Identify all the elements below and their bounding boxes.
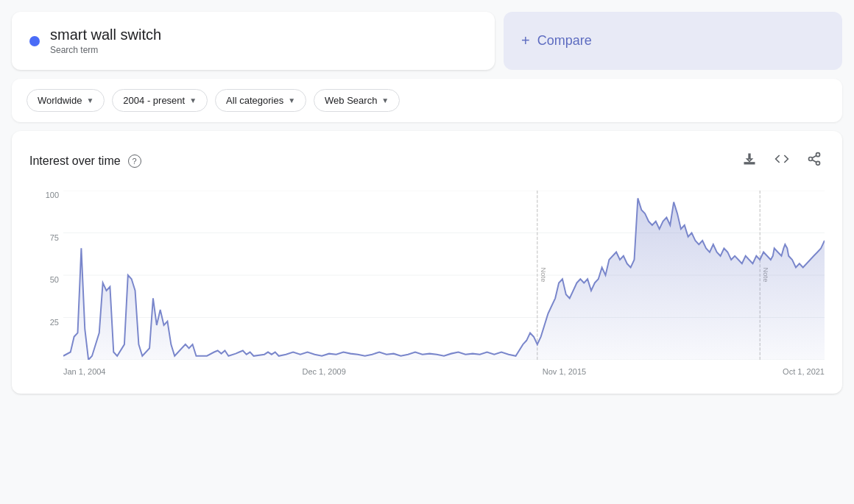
search-term-label: Search term [50,45,161,55]
x-label-2009: Dec 1, 2009 [302,367,345,376]
download-button[interactable] [739,149,760,173]
chart-actions [739,149,825,173]
y-label-25: 25 [50,318,63,327]
search-term-name: smart wall switch [50,26,161,43]
chevron-down-icon: ▼ [189,96,197,104]
svg-line-3 [812,160,816,162]
compare-label: Compare [537,33,592,49]
filter-type-label: Web Search [325,95,377,106]
help-icon[interactable]: ? [128,155,141,168]
filter-time-label: 2004 - present [123,95,185,106]
chart-container: 100 75 50 25 Note Note [37,191,825,382]
y-label-75: 75 [50,233,63,242]
filter-category[interactable]: All categories ▼ [215,89,306,112]
chart-x-labels: Jan 1, 2004 Dec 1, 2009 Nov 1, 2015 Oct … [63,361,825,382]
svg-point-0 [816,153,820,157]
x-label-2021: Oct 1, 2021 [783,367,825,376]
compare-card[interactable]: + Compare [504,12,842,70]
chevron-down-icon: ▼ [86,96,93,104]
search-term-card: smart wall switch Search term [12,12,495,70]
chart-header: Interest over time ? [29,149,825,173]
search-term-text: smart wall switch Search term [50,26,161,55]
chart-svg-area: Note Note [63,191,825,360]
svg-point-1 [809,157,813,161]
filter-type[interactable]: Web Search ▼ [314,89,400,112]
filters-section: Worldwide ▼ 2004 - present ▼ All categor… [12,79,842,122]
embed-button[interactable] [772,149,792,173]
y-label-50: 50 [50,275,63,284]
svg-line-4 [812,155,816,157]
y-label-100: 100 [46,191,63,199]
chart-card: Interest over time ? [12,131,842,394]
share-button[interactable] [804,149,825,173]
svg-point-2 [816,161,820,165]
chart-y-labels: 100 75 50 25 [37,191,63,360]
search-term-dot [29,36,40,46]
chart-title-group: Interest over time ? [29,155,141,168]
x-label-2004: Jan 1, 2004 [63,367,106,376]
x-label-2015: Nov 1, 2015 [543,367,586,376]
filter-category-label: All categories [226,95,283,106]
filter-location-label: Worldwide [38,95,82,106]
chevron-down-icon: ▼ [288,96,295,104]
chart-title: Interest over time [29,155,121,168]
compare-plus-icon: + [521,32,530,49]
filter-location[interactable]: Worldwide ▼ [27,89,105,112]
svg-text:Note: Note [540,268,547,283]
chevron-down-icon: ▼ [381,96,389,104]
filter-time[interactable]: 2004 - present ▼ [112,89,208,112]
